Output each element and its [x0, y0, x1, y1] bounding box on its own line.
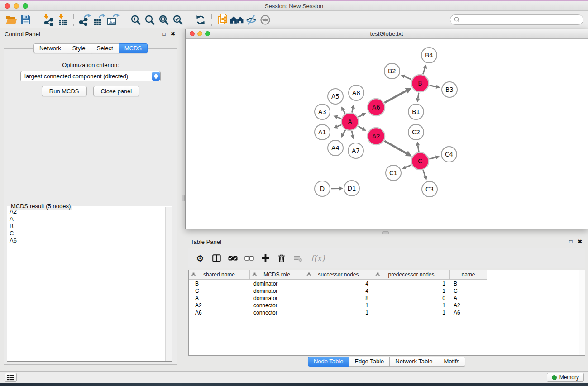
graph-node-A[interactable]: A [341, 113, 359, 130]
table-cell[interactable]: 1 [373, 302, 450, 309]
memory-button[interactable]: Memory [547, 373, 584, 382]
tab-style[interactable]: Style [67, 43, 91, 53]
search-field[interactable] [450, 14, 583, 25]
graph-node-C3[interactable]: C3 [422, 181, 437, 197]
graph-node-D1[interactable]: D1 [344, 181, 359, 196]
tab-edge-table[interactable]: Edge Table [349, 357, 390, 367]
graph-edge-B-B3[interactable] [430, 85, 440, 89]
table-cell[interactable]: C [189, 287, 250, 295]
duplicate-network-button[interactable] [216, 13, 230, 27]
export-image-button[interactable] [106, 13, 120, 27]
table-cell[interactable]: A6 [450, 309, 487, 316]
graph-edge-C-C3[interactable] [423, 170, 427, 180]
graph-node-C2[interactable]: C2 [408, 124, 424, 140]
column-header-successor-nodes[interactable]: successor nodes [304, 270, 373, 279]
create-column-button[interactable] [259, 252, 272, 265]
graph-edge-A-A1[interactable] [333, 124, 341, 128]
mcds-result-item[interactable]: A6 [8, 237, 165, 244]
home-button[interactable] [230, 13, 244, 27]
table-cell[interactable]: 1 [373, 280, 450, 287]
show-hide-graphics-button[interactable] [244, 13, 258, 27]
graph-node-B3[interactable]: B3 [442, 82, 457, 97]
graph-node-A8[interactable]: A8 [349, 85, 364, 100]
network-close-button[interactable] [190, 31, 195, 36]
import-network-button[interactable] [41, 13, 55, 27]
graph-node-B4[interactable]: B4 [421, 48, 437, 63]
table-cell[interactable]: 1 [373, 309, 450, 316]
graph-node-A6[interactable]: A6 [368, 99, 385, 116]
tab-select[interactable]: Select [91, 43, 119, 53]
table-cell[interactable]: connector [250, 302, 304, 309]
mcds-result-item[interactable]: A2 [8, 208, 165, 215]
minimize-window-button[interactable] [14, 3, 19, 9]
table-row[interactable]: Adominator80A [189, 295, 578, 302]
save-session-button[interactable] [19, 13, 33, 27]
show-columns-button[interactable] [210, 252, 223, 265]
tab-motifs[interactable]: Motifs [438, 357, 465, 367]
graph-edge-A-A6[interactable] [358, 113, 366, 117]
table-row[interactable]: A6connector11A6 [189, 309, 578, 316]
mcds-list-scrollbar[interactable] [165, 207, 172, 361]
horizontal-splitter-handle[interactable] [382, 231, 389, 234]
graph-edge-A-A4[interactable] [341, 130, 345, 138]
graph-edge-B-B1[interactable] [416, 93, 420, 102]
graph-edge-D-D1[interactable] [331, 186, 343, 191]
table-cell[interactable]: B [450, 280, 487, 287]
graph-node-C1[interactable]: C1 [386, 165, 401, 181]
mcds-result-item[interactable]: B [8, 223, 165, 230]
table-scrollbar[interactable] [579, 270, 585, 355]
table-cell[interactable]: B [189, 280, 250, 287]
graph-node-A1[interactable]: A1 [315, 124, 330, 140]
table-cell[interactable]: 1 [304, 302, 373, 309]
column-header-predecessor-nodes[interactable]: predecessor nodes [373, 270, 450, 279]
table-cell[interactable]: 4 [304, 287, 373, 295]
table-row[interactable]: A2connector11A2 [189, 302, 578, 309]
table-cell[interactable]: A [450, 295, 487, 302]
zoom-selected-button[interactable] [171, 13, 185, 27]
function-builder-button[interactable]: f(x) [308, 252, 328, 265]
network-canvas[interactable]: B4B2BB3A8A5A6A3B1AA1C2A2A4A7C4CC1C3DD1 [186, 39, 588, 229]
search-input[interactable] [462, 16, 575, 23]
open-session-button[interactable] [5, 13, 19, 27]
select-all-button[interactable] [226, 252, 239, 265]
export-network-button[interactable] [78, 13, 92, 27]
table-cell[interactable]: 8 [304, 295, 373, 302]
close-table-panel-button[interactable]: ✖ [576, 238, 583, 245]
graph-node-B2[interactable]: B2 [384, 63, 400, 79]
zoom-fit-button[interactable] [157, 13, 171, 27]
refresh-button[interactable] [193, 13, 207, 27]
horizontal-splitter[interactable] [185, 229, 588, 236]
graph-edge-A6-B[interactable] [384, 88, 411, 103]
graph-edge-A-A3[interactable] [333, 115, 341, 119]
zoom-in-button[interactable] [129, 13, 143, 27]
tab-mcds[interactable]: MCDS [119, 43, 148, 53]
graph-node-A2[interactable]: A2 [368, 128, 385, 145]
table-cell[interactable]: 1 [304, 309, 373, 316]
tab-node-table[interactable]: Node Table [308, 357, 349, 367]
table-row[interactable]: Cdominator41C [189, 287, 578, 295]
unselect-all-button[interactable] [243, 252, 255, 265]
table-settings-button[interactable]: ⚙ [194, 252, 206, 265]
run-mcds-button[interactable]: Run MCDS [42, 86, 87, 96]
graph-edge-B-B2[interactable] [401, 75, 411, 80]
table-cell[interactable]: 1 [373, 287, 450, 295]
graph-node-A5[interactable]: A5 [328, 89, 343, 104]
graph-node-A7[interactable]: A7 [348, 143, 363, 158]
graph-edge-A-A7[interactable] [351, 131, 355, 139]
column-header-name[interactable]: name [450, 270, 487, 279]
close-panel-button[interactable]: ✖ [169, 30, 177, 38]
import-table-button[interactable] [55, 13, 69, 27]
delete-table-button[interactable] [292, 252, 304, 265]
table-cell[interactable]: dominator [250, 295, 304, 302]
close-panel-button-mcds[interactable]: Close panel [93, 86, 140, 96]
table-row[interactable]: Bdominator41B [189, 280, 578, 287]
criterion-select[interactable]: largest connected component (directed) [20, 71, 161, 81]
graph-node-C4[interactable]: C4 [441, 147, 457, 162]
delete-column-button[interactable] [275, 252, 288, 265]
zoom-out-button[interactable] [143, 13, 157, 27]
table-cell[interactable]: dominator [250, 280, 304, 287]
graph-node-D[interactable]: D [315, 181, 330, 196]
table-cell[interactable]: dominator [250, 287, 304, 295]
graph-node-B1[interactable]: B1 [408, 104, 424, 119]
table-cell[interactable]: A [189, 295, 250, 302]
